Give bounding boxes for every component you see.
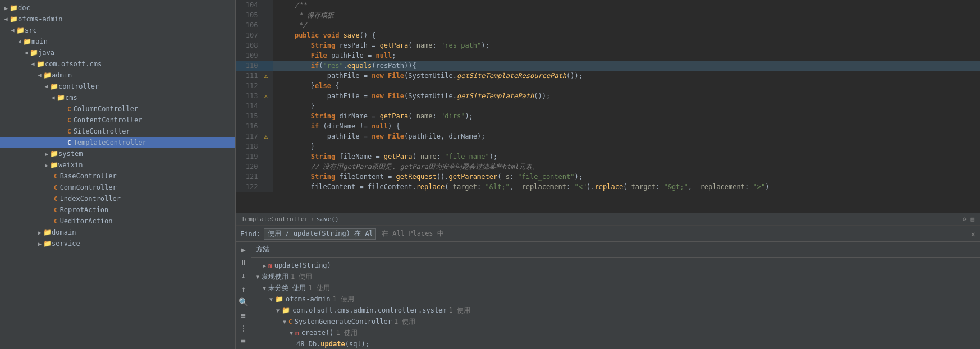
result-item-package[interactable]: ▼ 📁 com.ofsoft.cms.admin.controller.syst… [251,305,980,316]
result-count-found: 1 使用 [291,272,312,282]
tree-item-template-controller[interactable]: C TemplateController [0,137,235,148]
line-gutter-116 [264,121,273,131]
line-content-115: String dirName = getPara( name: "dirs"); [273,111,980,121]
line-gutter-106 [264,20,273,30]
result-item-update-method[interactable]: ▶ m update(String) [251,260,980,271]
tree-item-system[interactable]: ▶ 📁 system [0,148,235,159]
tree-item-java[interactable]: ▼ 📁 java [0,47,235,58]
result-count-create: 1 使用 [336,328,357,338]
line-content-106: */ [273,20,980,30]
arrow-ofcms-admin: ▼ [3,17,10,21]
tree-label-cms: cms [65,94,77,102]
tree-label-comn: ComnController [60,183,117,191]
tree-item-service[interactable]: ▶ 📁 service [0,238,235,249]
structure-button[interactable]: ≡ [237,336,250,347]
line-num-114: 114 [236,101,264,111]
tree-label-template: TemplateController [74,139,146,146]
table-row: 104 /** [236,0,980,10]
tree-item-src[interactable]: ▼ 📁 src [0,25,235,36]
settings-icon[interactable]: ⚙ [963,215,967,223]
spacer-icon4 [58,138,67,147]
tree-item-admin[interactable]: ▼ 📁 admin [0,70,235,81]
spacer-comn [45,183,54,192]
side-toolbar: ▶ ⏸ ↓ ↑ 🔍 ≡ ⋮ ≡ [236,242,251,349]
result-item-db-update[interactable]: 48 Db.update(sql); [251,338,980,349]
result-item-unclassified[interactable]: ▼ 未分类 使用 1 使用 [251,282,980,293]
spacer-reprot [45,205,54,214]
line-gutter-115 [264,111,273,121]
line-num-116: 116 [236,121,264,131]
tree-item-weixin[interactable]: ▶ 📁 weixin [0,159,235,171]
folder-icon-result: 📁 [275,295,283,303]
result-arrow-ofcms: ▼ [269,296,273,302]
tree-item-cms[interactable]: ▼ 📁 cms [0,92,235,103]
tree-label-base: BaseController [60,172,117,180]
line-num-109: 109 [236,50,264,61]
line-content-120: // 没有用getPara原因是, getPara因为安全问题会过滤某些html… [273,162,980,172]
line-num-108: 108 [236,40,264,50]
line-content-105: * 保存模板 [273,10,980,20]
class-icon-index: C [54,195,58,203]
result-item-system-controller[interactable]: ▼ C SystemGenerateController 1 使用 [251,316,980,327]
class-icon-reprot: C [54,206,58,214]
layout-icon[interactable]: ▤ [970,215,974,223]
result-item-ofcms-admin[interactable]: ▼ 📁 ofcms-admin 1 使用 [251,293,980,305]
result-label-unclassified: 未分类 使用 [268,283,306,293]
list-button[interactable]: ≡ [237,310,250,320]
search-button[interactable]: 🔍 [237,297,250,307]
result-label-ofcms: ofcms-admin [286,295,330,303]
down-button[interactable]: ↓ [237,270,250,281]
more-button[interactable]: ⋮ [237,323,250,333]
tree-item-ueditor-action[interactable]: C UeditorAction [0,215,235,227]
tree-item-base-controller[interactable]: C BaseController [0,171,235,182]
line-num-107: 107 [236,30,264,40]
tree-item-site-controller[interactable]: C SiteController [0,126,235,137]
tree-item-domain[interactable]: ▶ 📁 domain [0,227,235,238]
arrow-service: ▶ [38,241,42,247]
results-content[interactable]: ▶ m update(String) ▼ 发现使用 1 使用 ▼ [251,258,980,349]
tree-item-controller[interactable]: ▼ 📁 controller [0,81,235,92]
folder-icon-controller: 📁 [49,82,58,91]
table-row: 113 ⚠ pathFile = new File(SystemUtile.ge… [236,91,980,101]
code-scroll[interactable]: 104 /** 105 * 保存模板 106 [236,0,980,213]
tree-item-content-controller[interactable]: C ContentController [0,114,235,126]
table-row: 122 fileContent = fileContent.replace( t… [236,182,980,192]
find-close-button[interactable]: ✕ [971,229,976,238]
result-label-create: create() [301,329,334,337]
result-arrow-create: ▼ [290,330,293,336]
line-gutter-112 [264,81,273,91]
table-row: 109 File pathFile = null; [236,50,980,61]
up-button[interactable]: ↑ [237,283,250,294]
folder-icon-service: 📁 [43,239,52,248]
tree-label-java: java [38,49,54,57]
breadcrumb-item-template: TemplateController [241,215,308,223]
table-row: 108 String resPath = getPara( name: "res… [236,40,980,50]
table-row: 117 ⚠ pathFile = new File(pathFile, dirN… [236,131,980,141]
tree-item-com-ofsoft[interactable]: ▼ 📁 com.ofsoft.cms [0,58,235,70]
find-input[interactable] [264,228,376,240]
line-gutter-111: ⚠ [264,71,273,81]
settings-area: ⚙ ▤ [963,215,974,223]
table-row: 114 } [236,101,980,111]
tree-item-main[interactable]: ▼ 📁 main [0,36,235,47]
tree-item-column-controller[interactable]: C ColumnController [0,103,235,114]
tree-label-system: system [58,150,83,158]
pause-button[interactable]: ⏸ [237,257,250,268]
tree-item-comn-controller[interactable]: C ComnController [0,182,235,193]
result-item-found[interactable]: ▼ 发现使用 1 使用 [251,271,980,282]
run-button[interactable]: ▶ [237,244,250,255]
results-title: 方法 [256,245,269,254]
result-count-system-ctrl: 1 使用 [394,317,415,327]
tree-item-reprot-action[interactable]: C ReprotAction [0,204,235,215]
result-item-create-method[interactable]: ▼ m create() 1 使用 [251,327,980,338]
result-count-ofcms: 1 使用 [333,295,354,304]
line-content-110: if("res".equals(resPath)){ [273,61,980,71]
table-row: 121 String fileContent = getRequest().ge… [236,172,980,182]
find-bar: Find: 在 All Places 中 ✕ [236,226,980,242]
result-label-found: 发现使用 [262,272,288,282]
tree-item-index-controller[interactable]: C IndexController [0,193,235,204]
line-content-116: if (dirName != null) { [273,121,980,131]
line-num-121: 121 [236,172,264,182]
tree-item-doc[interactable]: ▶ 📁 doc [0,2,235,13]
tree-item-ofcms-admin[interactable]: ▼ 📁 ofcms-admin [0,13,235,25]
